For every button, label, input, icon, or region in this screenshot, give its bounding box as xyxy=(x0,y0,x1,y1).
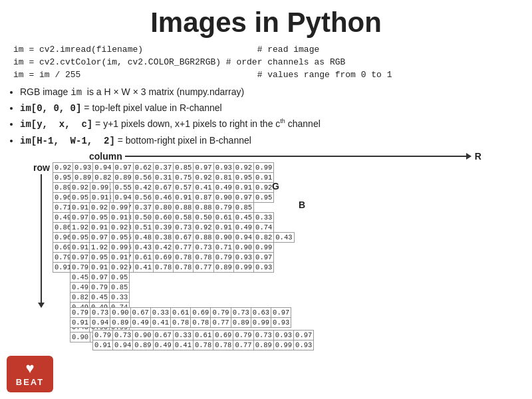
table-row: 0.790.730.900.670.330.610.690.790.730.63… xyxy=(70,308,291,318)
bullet-4: im[H-1, W-1, 2] = bottom-right pixel in … xyxy=(20,133,519,148)
table-row: 0.950.91 xyxy=(89,253,129,263)
table-row: 0.790.85 xyxy=(89,283,129,293)
table-row: 0.450.33 xyxy=(89,293,129,303)
table-row: 0.970.95 xyxy=(89,233,129,243)
table-row: 0.950.91 xyxy=(89,213,129,223)
table-row: 0.790.730.900.670.330.610.690.790.730.93… xyxy=(92,331,313,340)
grid-layer-B2: 0.790.730.900.670.330.610.690.790.730.93… xyxy=(92,330,314,350)
grid-area: column R row 0.920.930.940.970.620.370.8… xyxy=(33,151,532,348)
bullets-list: RGB image im is a H × W × 3 matrix (nump… xyxy=(20,84,519,149)
R-label: R xyxy=(475,151,481,162)
grid-wrapper: 0.920.930.940.970.620.370.850.970.930.92… xyxy=(53,162,452,348)
grid-layer-G2: 0.790.730.900.670.330.610.690.790.730.63… xyxy=(70,307,291,328)
code-line-1: im = cv2.imread(filename) # read image xyxy=(13,44,519,57)
column-arrow xyxy=(125,156,471,157)
bullet-3: im[y, x, c] = y+1 pixels down, x+1 pixel… xyxy=(20,116,519,132)
page-title: Images in Python xyxy=(0,0,532,40)
row-container: row 0.920.930.940.970.620.370.850.970.93… xyxy=(33,162,532,348)
code-line-2: im = cv2.cvtColor(im, cv2.COLOR_BGR2RGB)… xyxy=(13,57,519,69)
table-row: 0.970.95 xyxy=(89,273,129,283)
table-row: 0.910.940.890.490.410.780.780.770.890.99… xyxy=(70,318,291,328)
code-block: im = cv2.imread(filename) # read image i… xyxy=(13,44,519,82)
table-row: 0.920.99 xyxy=(70,183,110,193)
table-row: 0.950.91 xyxy=(70,193,110,203)
table-row: 0.920.99 xyxy=(89,203,129,213)
bullet-2: im[0, 0, 0] = top-left pixel value in R-… xyxy=(20,100,519,116)
table-row: 0.910.92 xyxy=(89,223,129,233)
table-row: 0.950.890.820.890.560.310.750.920.810.95… xyxy=(53,173,294,183)
table-row: 0.920.930.940.970.620.370.850.970.930.92… xyxy=(53,163,294,173)
row-label-area: row xyxy=(33,162,50,307)
row-label: row xyxy=(33,162,50,173)
G-label: G xyxy=(272,181,279,192)
B-label: B xyxy=(299,200,305,210)
row-arrow xyxy=(41,174,42,307)
table-row: 0.910.940.890.490.410.780.780.770.890.99… xyxy=(92,340,313,350)
beat-label: BEAT xyxy=(16,377,44,387)
column-label: column xyxy=(89,151,122,162)
beat-logo: ♥ BEAT xyxy=(7,356,53,392)
table-row: 1.920.99 xyxy=(89,243,129,253)
heart-icon: ♥ xyxy=(25,361,34,376)
column-label-area: column R xyxy=(61,151,532,162)
table-row: 0.910.92 xyxy=(89,263,129,273)
code-line-3: im = im / 255 # values range from 0 to 1 xyxy=(13,69,519,82)
bullet-1: RGB image im is a H × W × 3 matrix (nump… xyxy=(20,84,519,100)
